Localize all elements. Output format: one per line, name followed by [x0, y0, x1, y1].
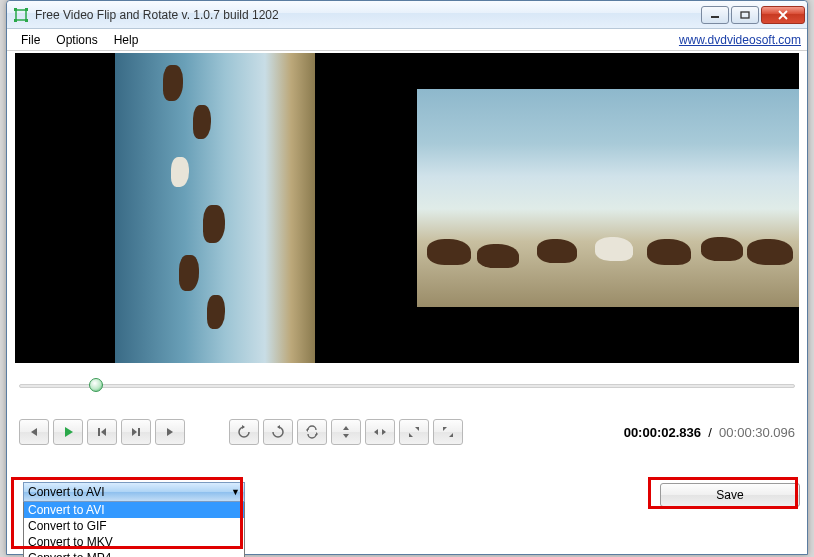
save-button[interactable]: Save: [660, 483, 800, 507]
preview-right-original: [417, 89, 799, 307]
preview-left-rotated: [115, 53, 315, 363]
app-icon: [13, 7, 29, 23]
window-controls: [701, 6, 805, 24]
format-combobox[interactable]: Convert to AVI ▼ Convert to AVI Convert …: [23, 482, 245, 557]
time-total: 00:00:30.096: [719, 425, 795, 440]
time-separator: /: [708, 425, 712, 440]
format-option[interactable]: Convert to AVI: [24, 502, 244, 518]
format-selected: Convert to AVI: [28, 485, 104, 499]
menubar: File Options Help www.dvdvideosoft.com: [7, 29, 807, 51]
rotate-cw-90-button[interactable]: [263, 419, 293, 445]
next-button[interactable]: [155, 419, 185, 445]
chevron-down-icon: ▼: [231, 487, 240, 497]
prev-button[interactable]: [19, 419, 49, 445]
play-button[interactable]: [53, 419, 83, 445]
minimize-button[interactable]: [701, 6, 729, 24]
save-label: Save: [716, 488, 743, 502]
window-title: Free Video Flip and Rotate v. 1.0.7 buil…: [35, 8, 701, 22]
format-option[interactable]: Convert to GIF: [24, 518, 244, 534]
svg-rect-5: [711, 16, 719, 18]
controls-row: 00:00:02.836 / 00:00:30.096: [19, 419, 795, 445]
vendor-link[interactable]: www.dvdvideosoft.com: [679, 33, 801, 47]
transform-group: [229, 419, 463, 445]
flip-horizontal-button[interactable]: [365, 419, 395, 445]
format-combo-button[interactable]: Convert to AVI ▼: [23, 482, 245, 502]
time-current: 00:00:02.836: [624, 425, 701, 440]
flip-diagonal-1-button[interactable]: [399, 419, 429, 445]
step-forward-button[interactable]: [121, 419, 151, 445]
step-back-button[interactable]: [87, 419, 117, 445]
svg-rect-6: [741, 12, 749, 18]
menu-options[interactable]: Options: [48, 31, 105, 49]
svg-rect-4: [25, 19, 28, 22]
rotate-180-button[interactable]: [297, 419, 327, 445]
titlebar: Free Video Flip and Rotate v. 1.0.7 buil…: [7, 1, 807, 29]
time-display: 00:00:02.836 / 00:00:30.096: [624, 425, 795, 440]
timeline-slider[interactable]: [19, 377, 795, 395]
slider-thumb[interactable]: [89, 378, 103, 392]
flip-vertical-button[interactable]: [331, 419, 361, 445]
svg-rect-0: [16, 10, 26, 20]
flip-diagonal-2-button[interactable]: [433, 419, 463, 445]
format-option[interactable]: Convert to MP4: [24, 550, 244, 557]
menu-help[interactable]: Help: [106, 31, 147, 49]
close-button[interactable]: [761, 6, 805, 24]
format-combo-list: Convert to AVI Convert to GIF Convert to…: [23, 502, 245, 557]
rotate-ccw-90-button[interactable]: [229, 419, 259, 445]
video-preview-area: [15, 53, 799, 363]
maximize-button[interactable]: [731, 6, 759, 24]
format-option[interactable]: Convert to MKV: [24, 534, 244, 550]
playback-group: [19, 419, 185, 445]
svg-rect-1: [14, 8, 17, 11]
svg-rect-7: [98, 428, 100, 436]
app-window: Free Video Flip and Rotate v. 1.0.7 buil…: [6, 0, 808, 555]
slider-track: [19, 384, 795, 388]
menu-file[interactable]: File: [13, 31, 48, 49]
svg-rect-8: [138, 428, 140, 436]
svg-rect-2: [25, 8, 28, 11]
svg-rect-3: [14, 19, 17, 22]
